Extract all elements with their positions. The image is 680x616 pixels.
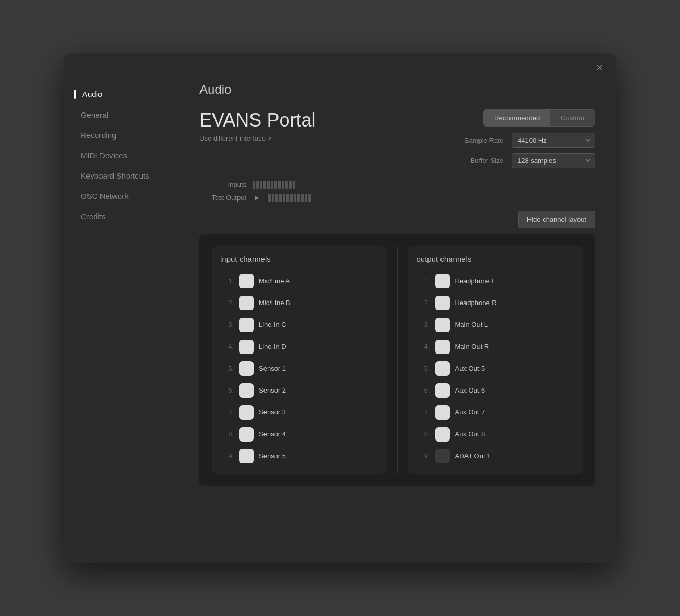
test-output-meter-row: Test Output ▶: [199, 193, 595, 203]
meter-bar: [268, 194, 271, 202]
main-title: Audio: [199, 82, 595, 97]
channel-number: 3.: [420, 321, 430, 329]
channel-number: 4.: [223, 343, 234, 350]
sidebar-item-keyboard-shortcuts[interactable]: Keyboard Shortcuts: [74, 166, 184, 185]
meter-bar: [279, 194, 282, 202]
meter-bar: [260, 181, 262, 189]
inputs-meter-bars: [253, 181, 295, 189]
channel-name: Sensor 1: [259, 364, 286, 372]
channel-number: 6.: [420, 386, 430, 394]
channel-toggle[interactable]: [435, 427, 450, 442]
channel-toggle[interactable]: [435, 274, 450, 288]
meter-bar: [278, 181, 281, 189]
channel-toggle[interactable]: [239, 274, 254, 288]
sidebar-item-midi-devices[interactable]: MIDI Devices: [74, 146, 184, 165]
main-content: Audio EVANS Portal Use different interfa…: [189, 74, 606, 553]
channel-toggle[interactable]: [435, 405, 450, 420]
use-different-interface-link[interactable]: Use different interface >: [199, 134, 316, 142]
input-channels-title: input channels: [220, 255, 379, 263]
test-output-meter-bars: [268, 194, 311, 202]
input-channel-item: 1. Mic/Line A: [220, 272, 379, 291]
meter-bar: [267, 181, 270, 189]
output-channel-item: 5. Aux Out 5: [417, 359, 575, 378]
meter-bar: [271, 181, 273, 189]
output-channel-item: 8. Aux Out 8: [417, 425, 575, 444]
channel-toggle[interactable]: [239, 405, 254, 420]
channel-name: Sensor 5: [259, 452, 286, 460]
buffer-size-label: Buffer Size: [464, 157, 503, 165]
channel-number: 9.: [420, 452, 430, 460]
channels-container: input channels 1. Mic/Line A 2. Mic/Line…: [199, 234, 595, 486]
channel-toggle[interactable]: [435, 296, 450, 310]
channel-toggle[interactable]: [239, 296, 254, 310]
meter-bar: [301, 194, 304, 202]
channel-toggle[interactable]: [239, 449, 254, 463]
channel-toggle[interactable]: [239, 383, 254, 398]
output-channel-item: 1. Headphone L: [417, 272, 575, 291]
meter-bar: [272, 194, 274, 202]
hide-channel-layout-button[interactable]: Hide channel layout: [518, 211, 595, 228]
meters-section: Inputs: [199, 181, 595, 203]
channel-toggle[interactable]: [239, 361, 254, 376]
sidebar-item-osc-network[interactable]: OSC Network: [74, 186, 184, 206]
channel-toggle[interactable]: [435, 361, 450, 376]
sample-rate-select[interactable]: 44100 Hz 48000 Hz 88200 Hz 96000 Hz: [512, 133, 595, 148]
channel-toggle[interactable]: [435, 383, 450, 398]
device-header: EVANS Portal Use different interface > R…: [199, 109, 595, 168]
channel-number: 9.: [223, 452, 234, 460]
sidebar-item-recording[interactable]: Recording: [74, 125, 184, 145]
channel-toggle[interactable]: [239, 340, 254, 354]
sidebar-item-audio[interactable]: Audio: [74, 84, 184, 104]
channel-name: Headphone L: [455, 277, 496, 285]
channel-number: 5.: [420, 364, 430, 372]
buffer-size-select[interactable]: 64 samples 128 samples 256 samples 512 s…: [512, 153, 595, 168]
channel-number: 5.: [223, 364, 234, 372]
input-channel-item: 4. Line-In D: [220, 337, 379, 356]
active-indicator: [74, 90, 76, 99]
channel-toggle[interactable]: [239, 427, 254, 442]
sidebar-item-label: OSC Network: [81, 192, 129, 200]
input-channel-item: 5. Sensor 1: [220, 359, 379, 378]
device-name: EVANS Portal: [199, 109, 316, 131]
channel-name: Mic/Line B: [259, 299, 291, 307]
channel-name: Sensor 2: [259, 386, 286, 394]
output-channels-title: output channels: [417, 255, 575, 263]
sidebar: AudioGeneralRecordingMIDI DevicesKeyboar…: [74, 74, 189, 553]
close-button[interactable]: ✕: [593, 61, 606, 74]
output-channel-item: 7. Aux Out 7: [417, 403, 575, 422]
input-channel-item: 9. Sensor 5: [220, 447, 379, 466]
title-bar: ✕: [64, 53, 616, 74]
channel-name: Sensor 3: [259, 408, 286, 416]
channel-number: 2.: [420, 299, 430, 307]
meter-bar: [256, 181, 259, 189]
input-channel-item: 2. Mic/Line B: [220, 294, 379, 312]
channel-toggle[interactable]: [435, 340, 450, 354]
sidebar-item-label: Credits: [81, 212, 106, 221]
output-channel-item: 6. Aux Out 6: [417, 381, 575, 400]
channel-toggle[interactable]: [435, 318, 450, 332]
channel-number: 8.: [223, 430, 234, 438]
settings-grid: Sample Rate 44100 Hz 48000 Hz 88200 Hz 9…: [464, 133, 595, 168]
sidebar-item-general[interactable]: General: [74, 105, 184, 124]
channel-name: Main Out R: [455, 343, 489, 350]
mode-buttons: Recommended Custom: [483, 109, 595, 127]
recommended-button[interactable]: Recommended: [484, 110, 550, 126]
channel-name: Line-In D: [259, 343, 286, 350]
sidebar-item-label: Recording: [81, 131, 116, 140]
sidebar-item-credits[interactable]: Credits: [74, 207, 184, 226]
channel-toggle[interactable]: [435, 449, 450, 463]
meter-bar: [294, 194, 296, 202]
channel-name: Aux Out 5: [455, 364, 485, 372]
output-channels-list: 1. Headphone L 2. Headphone R 3. Main Ou…: [417, 272, 575, 466]
output-channel-item: 4. Main Out R: [417, 337, 575, 356]
sidebar-item-label: MIDI Devices: [81, 151, 127, 160]
sidebar-item-label: Audio: [82, 90, 102, 98]
play-button[interactable]: ▶: [253, 193, 262, 203]
custom-button[interactable]: Custom: [550, 110, 595, 126]
inputs-label: Inputs: [199, 181, 246, 188]
channel-toggle[interactable]: [239, 318, 254, 332]
meter-bar: [285, 181, 288, 189]
channel-name: Aux Out 8: [455, 430, 485, 438]
channels-divider: [397, 246, 398, 474]
channel-number: 8.: [420, 430, 430, 438]
